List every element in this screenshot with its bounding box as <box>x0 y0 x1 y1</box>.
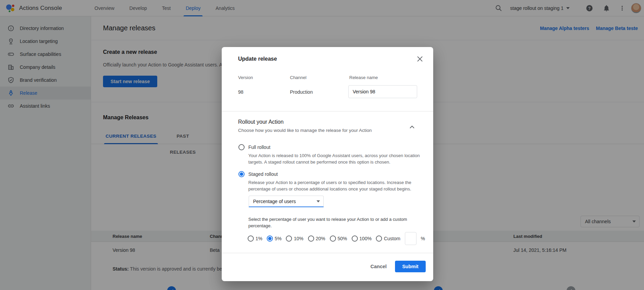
percent-option-label: 50% <box>338 236 347 241</box>
percent-option-label: 5% <box>275 236 281 241</box>
version-label: Version <box>238 75 253 80</box>
percent-option-label: 10% <box>294 236 303 241</box>
percent-suffix: % <box>421 236 425 241</box>
chevron-up-icon[interactable] <box>408 123 416 131</box>
version-value: 98 <box>238 89 244 95</box>
release-name-label: Release name <box>349 75 378 80</box>
radio-10-percent[interactable] <box>286 235 292 242</box>
radio-custom-percent[interactable] <box>376 235 382 242</box>
percent-option-1[interactable]: 1% <box>248 235 262 242</box>
custom-percentage-input[interactable] <box>405 232 416 245</box>
cancel-button[interactable]: Cancel <box>365 261 392 272</box>
channel-label: Channel <box>290 75 306 80</box>
percent-option-label: Custom <box>384 236 400 241</box>
percent-option-10[interactable]: 10% <box>286 235 303 242</box>
percent-option-label: 1% <box>255 236 262 241</box>
full-rollout-label[interactable]: Full rollout <box>248 144 270 150</box>
update-release-dialog: Update release Version Channel Release n… <box>222 47 433 281</box>
divider <box>222 111 433 111</box>
percent-option-50[interactable]: 50% <box>330 235 347 242</box>
dialog-title: Update release <box>238 56 277 62</box>
full-rollout-description: Your Action is released to 100% of Googl… <box>248 152 431 165</box>
percent-option-custom[interactable]: Custom <box>376 235 400 242</box>
release-name-input[interactable] <box>348 85 417 98</box>
percent-option-label: 20% <box>316 236 325 241</box>
full-rollout-radio[interactable] <box>238 144 245 150</box>
channel-value: Production <box>290 89 313 95</box>
close-icon[interactable] <box>415 55 424 63</box>
percent-option-label: 100% <box>360 236 372 241</box>
rollout-section-title: Rollout your Action <box>238 119 283 125</box>
radio-5-percent-selected[interactable] <box>267 235 273 242</box>
submit-button[interactable]: Submit <box>395 261 426 272</box>
radio-20-percent[interactable] <box>308 235 314 242</box>
percent-option-100[interactable]: 100% <box>352 235 372 242</box>
percentage-options: 1% 5% 10% 20% 50% 100% Custom % <box>248 232 425 245</box>
staged-rollout-label[interactable]: Staged rollout <box>248 171 278 177</box>
divider <box>222 253 433 253</box>
rollout-section-subtitle: Choose how you would like to manage the … <box>238 128 372 133</box>
rollout-method-select[interactable]: Percentage of users <box>249 196 324 207</box>
radio-1-percent[interactable] <box>248 235 254 242</box>
rollout-method-value: Percentage of users <box>253 199 317 204</box>
radio-100-percent[interactable] <box>352 235 358 242</box>
percent-option-20[interactable]: 20% <box>308 235 325 242</box>
percent-option-5[interactable]: 5% <box>267 235 281 242</box>
caret-down-icon <box>317 200 320 202</box>
staged-rollout-description: Release your Action to a percentage of u… <box>248 179 431 192</box>
radio-50-percent[interactable] <box>330 235 336 242</box>
screen: Actions Console Overview Develop Test De… <box>0 0 644 290</box>
staged-rollout-radio[interactable] <box>238 171 245 177</box>
percentage-help-text: Select the percentage of user you want t… <box>248 216 419 229</box>
